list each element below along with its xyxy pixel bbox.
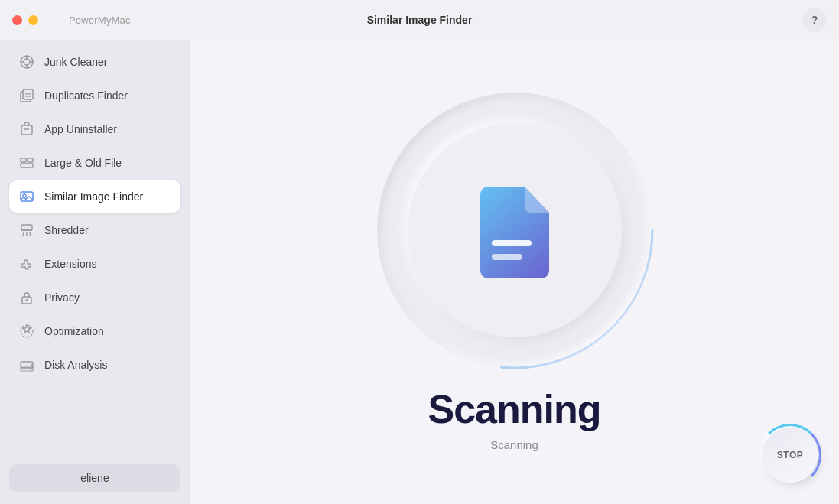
- svg-point-23: [26, 299, 28, 301]
- svg-point-16: [23, 194, 26, 197]
- privacy-label: Privacy: [44, 291, 80, 304]
- stop-ring: [759, 424, 821, 486]
- optimization-label: Optimization: [44, 325, 104, 337]
- app-uninstaller-icon: [18, 121, 35, 138]
- disk-analysis-icon: [18, 356, 35, 373]
- sidebar-item-privacy[interactable]: Privacy: [9, 281, 180, 314]
- similar-image-finder-label: Similar Image Finder: [44, 190, 143, 203]
- disk-analysis-label: Disk Analysis: [44, 359, 107, 371]
- app-uninstaller-label: App Uninstaller: [44, 123, 117, 135]
- sidebar-item-duplicates-finder[interactable]: Duplicates Finder: [9, 80, 180, 112]
- sidebar-item-disk-analysis[interactable]: Disk Analysis: [9, 349, 180, 381]
- document-icon: [473, 180, 557, 280]
- svg-point-28: [31, 368, 32, 369]
- titlebar: PowerMyMac ? Similar Image Finder: [0, 0, 839, 40]
- outer-circle: [377, 93, 652, 368]
- large-old-file-icon: [18, 154, 35, 171]
- sidebar: Junk Cleaner Duplicates Finder: [0, 40, 190, 504]
- sidebar-item-optimization[interactable]: Optimization: [9, 315, 180, 347]
- stop-button[interactable]: STOP: [763, 428, 818, 483]
- content-area: Scanning Scanning STOP: [190, 40, 839, 504]
- svg-rect-13: [21, 164, 33, 167]
- extensions-label: Extensions: [44, 258, 96, 270]
- close-button[interactable]: [12, 15, 22, 25]
- shredder-label: Shredder: [44, 224, 89, 236]
- svg-rect-10: [21, 125, 32, 135]
- svg-rect-17: [21, 225, 32, 230]
- stop-button-container: STOP: [763, 428, 818, 483]
- svg-rect-15: [21, 192, 33, 201]
- minimize-button[interactable]: [28, 15, 38, 25]
- svg-point-27: [31, 364, 32, 366]
- duplicates-finder-label: Duplicates Finder: [44, 89, 128, 102]
- junk-cleaner-label: Junk Cleaner: [44, 56, 108, 68]
- sidebar-item-junk-cleaner[interactable]: Junk Cleaner: [9, 46, 180, 78]
- similar-image-finder-icon: [18, 188, 35, 205]
- svg-rect-12: [21, 158, 26, 162]
- svg-rect-30: [492, 240, 532, 246]
- svg-rect-14: [28, 158, 33, 162]
- user-button[interactable]: eliene: [9, 464, 180, 492]
- optimization-icon: [18, 323, 35, 340]
- svg-line-20: [30, 232, 31, 236]
- inner-circle: [408, 123, 622, 337]
- sidebar-item-similar-image-finder[interactable]: Similar Image Finder: [9, 180, 180, 213]
- scan-container: Scanning Scanning: [377, 93, 652, 451]
- sidebar-bottom: eliene: [9, 458, 180, 498]
- sidebar-item-extensions[interactable]: Extensions: [9, 248, 180, 280]
- junk-cleaner-icon: [18, 54, 35, 70]
- scan-subtitle: Scanning: [490, 438, 538, 451]
- main-layout: Junk Cleaner Duplicates Finder: [0, 40, 839, 504]
- extensions-icon: [18, 255, 35, 272]
- duplicates-finder-icon: [18, 87, 35, 104]
- shredder-icon: [18, 222, 35, 239]
- help-button[interactable]: ?: [802, 8, 827, 32]
- large-old-file-label: Large & Old File: [44, 157, 122, 169]
- app-title: PowerMyMac: [69, 15, 131, 26]
- privacy-icon: [18, 289, 35, 306]
- svg-rect-31: [492, 254, 522, 260]
- scan-title: Scanning: [428, 386, 600, 432]
- svg-line-18: [23, 232, 24, 236]
- sidebar-item-shredder[interactable]: Shredder: [9, 214, 180, 246]
- page-title: Similar Image Finder: [367, 14, 473, 26]
- traffic-lights: [12, 15, 38, 25]
- svg-point-1: [24, 59, 30, 65]
- sidebar-item-app-uninstaller[interactable]: App Uninstaller: [9, 113, 180, 145]
- sidebar-item-large-old-file[interactable]: Large & Old File: [9, 147, 180, 179]
